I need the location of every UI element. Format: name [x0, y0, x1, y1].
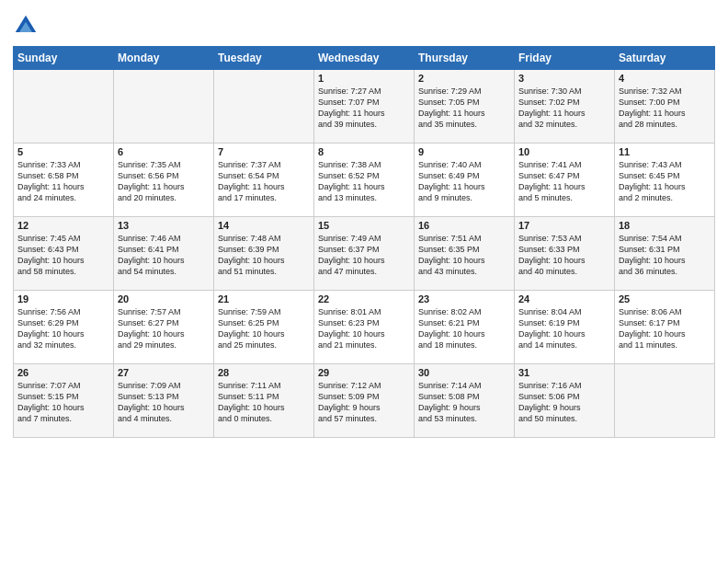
day-number: 8: [318, 146, 410, 157]
calendar-cell: 4Sunrise: 7:32 AM Sunset: 7:00 PM Daylig…: [615, 70, 715, 144]
day-info: Sunrise: 7:51 AM Sunset: 6:35 PM Dayligh…: [418, 233, 510, 278]
calendar-cell: 18Sunrise: 7:54 AM Sunset: 6:31 PM Dayli…: [615, 217, 715, 291]
day-number: 1: [318, 73, 410, 84]
day-info: Sunrise: 7:37 AM Sunset: 6:54 PM Dayligh…: [218, 159, 310, 204]
week-row-2: 5Sunrise: 7:33 AM Sunset: 6:58 PM Daylig…: [14, 144, 715, 217]
day-info: Sunrise: 7:11 AM Sunset: 5:11 PM Dayligh…: [218, 380, 310, 425]
logo-icon: [13, 13, 39, 39]
calendar-cell: 3Sunrise: 7:30 AM Sunset: 7:02 PM Daylig…: [515, 70, 615, 144]
day-info: Sunrise: 7:32 AM Sunset: 7:00 PM Dayligh…: [619, 86, 711, 131]
calendar-cell: 31Sunrise: 7:16 AM Sunset: 5:06 PM Dayli…: [515, 364, 615, 438]
col-header-monday: Monday: [114, 47, 214, 70]
day-info: Sunrise: 8:01 AM Sunset: 6:23 PM Dayligh…: [318, 306, 410, 351]
day-number: 31: [518, 367, 610, 378]
day-info: Sunrise: 7:40 AM Sunset: 6:49 PM Dayligh…: [418, 159, 510, 204]
day-number: 6: [118, 146, 210, 157]
day-info: Sunrise: 8:02 AM Sunset: 6:21 PM Dayligh…: [418, 306, 510, 351]
calendar-cell: [214, 70, 314, 144]
calendar-cell: 20Sunrise: 7:57 AM Sunset: 6:27 PM Dayli…: [114, 291, 214, 364]
col-header-friday: Friday: [515, 47, 615, 70]
calendar-cell: 2Sunrise: 7:29 AM Sunset: 7:05 PM Daylig…: [415, 70, 515, 144]
day-info: Sunrise: 7:41 AM Sunset: 6:47 PM Dayligh…: [518, 159, 610, 204]
day-info: Sunrise: 7:48 AM Sunset: 6:39 PM Dayligh…: [218, 233, 310, 278]
day-info: Sunrise: 7:49 AM Sunset: 6:37 PM Dayligh…: [318, 233, 410, 278]
day-number: 4: [619, 73, 711, 84]
day-info: Sunrise: 7:45 AM Sunset: 6:43 PM Dayligh…: [17, 233, 109, 278]
week-row-4: 19Sunrise: 7:56 AM Sunset: 6:29 PM Dayli…: [14, 291, 715, 364]
calendar-cell: 19Sunrise: 7:56 AM Sunset: 6:29 PM Dayli…: [14, 291, 114, 364]
calendar-header-row: SundayMondayTuesdayWednesdayThursdayFrid…: [14, 47, 715, 70]
day-number: 18: [619, 220, 711, 231]
day-info: Sunrise: 7:35 AM Sunset: 6:56 PM Dayligh…: [118, 159, 210, 204]
day-number: 10: [518, 146, 610, 157]
calendar-cell: 8Sunrise: 7:38 AM Sunset: 6:52 PM Daylig…: [314, 144, 415, 217]
col-header-thursday: Thursday: [415, 47, 515, 70]
calendar-cell: 25Sunrise: 8:06 AM Sunset: 6:17 PM Dayli…: [615, 291, 715, 364]
day-info: Sunrise: 7:43 AM Sunset: 6:45 PM Dayligh…: [619, 159, 711, 204]
day-number: 13: [118, 220, 210, 231]
day-number: 21: [218, 293, 310, 304]
day-number: 24: [518, 293, 610, 304]
day-info: Sunrise: 7:54 AM Sunset: 6:31 PM Dayligh…: [619, 233, 711, 278]
day-number: 28: [218, 367, 310, 378]
day-number: 2: [418, 73, 510, 84]
day-info: Sunrise: 7:16 AM Sunset: 5:06 PM Dayligh…: [518, 380, 610, 425]
day-info: Sunrise: 7:33 AM Sunset: 6:58 PM Dayligh…: [17, 159, 109, 204]
calendar-cell: 21Sunrise: 7:59 AM Sunset: 6:25 PM Dayli…: [214, 291, 314, 364]
logo: [13, 13, 42, 39]
day-info: Sunrise: 7:12 AM Sunset: 5:09 PM Dayligh…: [318, 380, 410, 425]
day-info: Sunrise: 8:04 AM Sunset: 6:19 PM Dayligh…: [518, 306, 610, 351]
calendar-cell: 5Sunrise: 7:33 AM Sunset: 6:58 PM Daylig…: [14, 144, 114, 217]
page: SundayMondayTuesdayWednesdayThursdayFrid…: [0, 0, 728, 563]
day-number: 27: [118, 367, 210, 378]
day-number: 25: [619, 293, 711, 304]
week-row-1: 1Sunrise: 7:27 AM Sunset: 7:07 PM Daylig…: [14, 70, 715, 144]
calendar-cell: 16Sunrise: 7:51 AM Sunset: 6:35 PM Dayli…: [415, 217, 515, 291]
header: [13, 9, 715, 39]
calendar-cell: 14Sunrise: 7:48 AM Sunset: 6:39 PM Dayli…: [214, 217, 314, 291]
day-number: 15: [318, 220, 410, 231]
day-info: Sunrise: 7:14 AM Sunset: 5:08 PM Dayligh…: [418, 380, 510, 425]
calendar-cell: 15Sunrise: 7:49 AM Sunset: 6:37 PM Dayli…: [314, 217, 415, 291]
calendar-cell: [615, 364, 715, 438]
col-header-sunday: Sunday: [14, 47, 114, 70]
day-info: Sunrise: 7:09 AM Sunset: 5:13 PM Dayligh…: [118, 380, 210, 425]
day-number: 5: [17, 146, 109, 157]
day-info: Sunrise: 7:56 AM Sunset: 6:29 PM Dayligh…: [17, 306, 109, 351]
calendar-cell: 27Sunrise: 7:09 AM Sunset: 5:13 PM Dayli…: [114, 364, 214, 438]
day-number: 14: [218, 220, 310, 231]
calendar-cell: 13Sunrise: 7:46 AM Sunset: 6:41 PM Dayli…: [114, 217, 214, 291]
day-number: 17: [518, 220, 610, 231]
day-number: 12: [17, 220, 109, 231]
day-info: Sunrise: 7:53 AM Sunset: 6:33 PM Dayligh…: [518, 233, 610, 278]
day-number: 3: [518, 73, 610, 84]
day-number: 20: [118, 293, 210, 304]
day-number: 29: [318, 367, 410, 378]
day-info: Sunrise: 7:07 AM Sunset: 5:15 PM Dayligh…: [17, 380, 109, 425]
day-info: Sunrise: 7:46 AM Sunset: 6:41 PM Dayligh…: [118, 233, 210, 278]
col-header-tuesday: Tuesday: [214, 47, 314, 70]
day-number: 26: [17, 367, 109, 378]
week-row-5: 26Sunrise: 7:07 AM Sunset: 5:15 PM Dayli…: [14, 364, 715, 438]
week-row-3: 12Sunrise: 7:45 AM Sunset: 6:43 PM Dayli…: [14, 217, 715, 291]
day-info: Sunrise: 7:38 AM Sunset: 6:52 PM Dayligh…: [318, 159, 410, 204]
col-header-saturday: Saturday: [615, 47, 715, 70]
day-number: 22: [318, 293, 410, 304]
calendar-cell: 26Sunrise: 7:07 AM Sunset: 5:15 PM Dayli…: [14, 364, 114, 438]
day-info: Sunrise: 7:30 AM Sunset: 7:02 PM Dayligh…: [518, 86, 610, 131]
col-header-wednesday: Wednesday: [314, 47, 415, 70]
calendar-cell: 28Sunrise: 7:11 AM Sunset: 5:11 PM Dayli…: [214, 364, 314, 438]
calendar-cell: 6Sunrise: 7:35 AM Sunset: 6:56 PM Daylig…: [114, 144, 214, 217]
calendar-cell: 10Sunrise: 7:41 AM Sunset: 6:47 PM Dayli…: [515, 144, 615, 217]
calendar-cell: 1Sunrise: 7:27 AM Sunset: 7:07 PM Daylig…: [314, 70, 415, 144]
calendar-cell: 29Sunrise: 7:12 AM Sunset: 5:09 PM Dayli…: [314, 364, 415, 438]
day-info: Sunrise: 8:06 AM Sunset: 6:17 PM Dayligh…: [619, 306, 711, 351]
day-info: Sunrise: 7:27 AM Sunset: 7:07 PM Dayligh…: [318, 86, 410, 131]
calendar-cell: 7Sunrise: 7:37 AM Sunset: 6:54 PM Daylig…: [214, 144, 314, 217]
day-number: 16: [418, 220, 510, 231]
calendar-cell: 22Sunrise: 8:01 AM Sunset: 6:23 PM Dayli…: [314, 291, 415, 364]
calendar-cell: 9Sunrise: 7:40 AM Sunset: 6:49 PM Daylig…: [415, 144, 515, 217]
calendar-cell: 24Sunrise: 8:04 AM Sunset: 6:19 PM Dayli…: [515, 291, 615, 364]
day-number: 30: [418, 367, 510, 378]
day-number: 7: [218, 146, 310, 157]
